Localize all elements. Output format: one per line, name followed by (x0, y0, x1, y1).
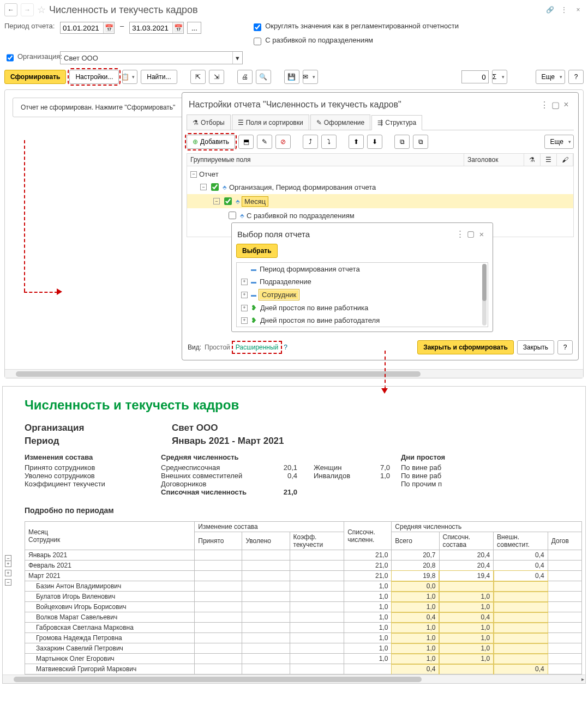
date-to-wrap[interactable]: 📅 (129, 22, 184, 34)
summary-block: Изменения состава Принято сотрудников Ув… (25, 453, 570, 498)
period-ellipsis-button[interactable]: ... (187, 22, 201, 34)
kebab-menu-icon[interactable]: ⋮ (539, 99, 550, 110)
tab-appearance[interactable]: ✎Оформление (310, 115, 370, 130)
collapse-icon[interactable]: − (200, 184, 207, 190)
calendar-icon[interactable]: 📅 (172, 22, 183, 33)
move-down-icon[interactable]: ⬇ (367, 135, 382, 149)
favorite-star-icon[interactable]: ☆ (37, 4, 46, 16)
collapse-icon[interactable]: − (213, 198, 220, 204)
table-row-employee[interactable]: Громова Надежда Петровна 1,0 1,01,0 (25, 633, 582, 643)
table-row-employee[interactable]: Базин Антон Владимирович 1,0 0,0 (25, 581, 582, 592)
scrollbar[interactable] (482, 264, 487, 326)
more-button[interactable]: Еще (536, 70, 565, 84)
filter-icon[interactable]: ⚗ (524, 154, 541, 166)
close-icon[interactable]: × (573, 4, 584, 15)
table-row-employee[interactable]: Булатов Игорь Виленович 1,0 1,01,0 (25, 592, 582, 602)
save-icon[interactable]: 💾 (284, 70, 299, 84)
expand-icon[interactable]: + (241, 317, 248, 324)
paste-icon[interactable]: ⧉ (413, 135, 428, 149)
maximize-icon[interactable]: ▢ (550, 99, 561, 110)
date-from-input[interactable] (61, 23, 103, 33)
tab-filters[interactable]: ⚗Отборы (187, 115, 231, 130)
close-icon[interactable]: × (476, 228, 487, 239)
expand-icon[interactable]: + (241, 305, 248, 311)
maximize-icon[interactable]: ▢ (465, 228, 476, 239)
select-button[interactable]: Выбрать (236, 244, 278, 258)
chevron-down-icon[interactable]: ▾ (232, 52, 242, 64)
expand-icon[interactable]: + (241, 279, 248, 285)
horizontal-scrollbar[interactable] (5, 369, 583, 378)
field-item-period[interactable]: ▬ Период формирования отчета (237, 263, 488, 275)
collapse-toggle[interactable]: − (5, 579, 11, 586)
view-simple-link[interactable]: Простой (205, 344, 230, 351)
variants-button[interactable]: 📋 (122, 70, 137, 84)
table-row-employee[interactable]: Войцехович Игорь Борисович 1,0 1,01,0 (25, 602, 582, 612)
more-button[interactable]: Еще (544, 135, 574, 149)
generate-button[interactable]: Сформировать (4, 70, 66, 84)
expand-toggle[interactable]: + (5, 561, 11, 567)
table-row-month[interactable]: Февраль 2021 21,0 20,820,40,4 (25, 561, 582, 571)
table-row-employee[interactable]: Матвиевский Григорий Маркович 0,40,4 (25, 664, 582, 674)
close-and-generate-button[interactable]: Закрыть и сформировать (417, 340, 514, 354)
field-item-idle-employer[interactable]: +❥ Дней простоя по вине работодателя (237, 314, 488, 327)
move-in-icon[interactable]: ⤵ (321, 135, 337, 149)
expand-icon[interactable]: + (241, 292, 248, 298)
print-icon[interactable]: 🖨 (237, 70, 253, 84)
tree-node-month[interactable]: − ⬘ Месяц (187, 194, 573, 208)
link-icon[interactable]: 🔗 (544, 4, 555, 15)
help-button[interactable]: ? (557, 340, 573, 354)
help-button[interactable]: ? (568, 70, 584, 84)
collapse-all-icon[interactable]: ⇲ (209, 70, 224, 84)
calendar-icon[interactable]: 📅 (103, 22, 114, 33)
close-icon[interactable]: × (561, 99, 572, 110)
nav-forward-button[interactable]: → (21, 3, 34, 16)
kebab-menu-icon[interactable]: ⋮ (454, 228, 465, 239)
email-icon[interactable]: ✉ (303, 70, 318, 84)
help-link[interactable]: ? (284, 344, 287, 351)
field-icon: ▬ (251, 279, 256, 285)
table-row-employee[interactable]: Мартынюк Олег Егорович 1,0 1,01,0 (25, 654, 582, 664)
table-row-employee[interactable]: Габровская Светлана Марковна 1,0 1,01,0 (25, 623, 582, 633)
table-row-month[interactable]: Январь 2021 21,0 20,720,40,4 (25, 550, 582, 561)
tree-node-report[interactable]: − Отчет (187, 168, 573, 180)
round-values-checkbox[interactable]: Округлять значения как в регламентирован… (251, 22, 459, 33)
sum-input[interactable] (461, 70, 489, 83)
kebab-menu-icon[interactable]: ⋮ (559, 4, 569, 15)
table-row-employee[interactable]: Волков Марат Савельевич 1,0 0,40,4 (25, 612, 582, 623)
close-button[interactable]: Закрыть (517, 340, 554, 354)
tree-node-breakdown[interactable]: ⬘ С разбивкой по подразделениям (187, 208, 573, 222)
field-item-employee[interactable]: +▬ Сотрудник (237, 288, 488, 302)
tree-node-org-period[interactable]: − ⬘ Организация, Период формирования отч… (187, 180, 573, 194)
collapse-icon[interactable]: − (190, 171, 197, 178)
guide-arrow-head (57, 288, 62, 295)
table-row-employee[interactable]: Захаркин Савелий Петрович 1,0 1,01,0 (25, 643, 582, 654)
edit-icon[interactable]: ✎ (257, 135, 272, 149)
tab-fields[interactable]: ☰Поля и сортировки (232, 115, 309, 130)
expand-all-icon[interactable]: ⇱ (190, 70, 206, 84)
settings-button[interactable]: Настройки... (69, 70, 119, 84)
view-extended-link[interactable]: Расширенный (233, 342, 281, 352)
org-checkbox[interactable]: Организация: (4, 52, 57, 63)
sigma-icon[interactable]: Σ (492, 70, 507, 84)
preview-icon[interactable]: 🔍 (256, 70, 271, 84)
date-to-input[interactable] (130, 23, 172, 33)
brush-icon[interactable]: 🖌 (557, 154, 573, 166)
table-row-month[interactable]: Март 2021 21,0 19,819,40,4 (25, 571, 582, 581)
horizontal-scrollbar[interactable]: ▸ (3, 674, 585, 683)
delete-icon[interactable]: ⊘ (275, 135, 291, 149)
date-from-wrap[interactable]: 📅 (60, 22, 115, 34)
org-select[interactable]: Свет ООО ▾ (60, 51, 243, 64)
add-group-icon[interactable]: ⬒ (238, 135, 254, 149)
field-item-idle-worker[interactable]: +❥ Дней простоя по вине работника (237, 302, 488, 314)
add-button[interactable]: ⊕Добавить (187, 135, 235, 149)
sort-icon[interactable]: ☰ (541, 154, 557, 166)
breakdown-checkbox[interactable]: С разбивкой по подразделениям (251, 36, 459, 47)
field-item-department[interactable]: +▬ Подразделение (237, 275, 488, 288)
move-out-icon[interactable]: ⤴ (303, 135, 318, 149)
find-button[interactable]: Найти... (141, 70, 177, 84)
tab-structure[interactable]: ⇶Структура (371, 115, 422, 130)
expand-toggle[interactable]: + (5, 570, 11, 576)
copy-icon[interactable]: ⧉ (394, 135, 410, 149)
nav-back-button[interactable]: ← (4, 3, 17, 16)
move-up-icon[interactable]: ⬆ (349, 135, 364, 149)
